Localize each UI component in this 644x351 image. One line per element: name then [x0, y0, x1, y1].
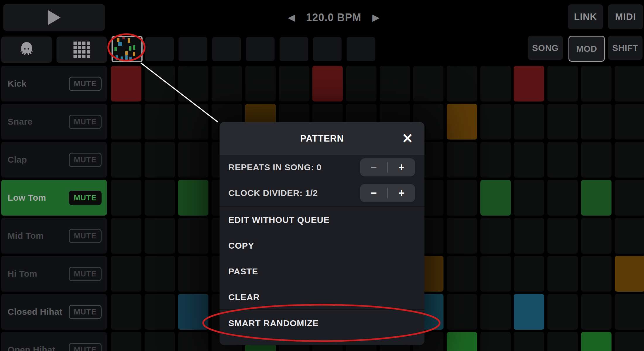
step-cell-r0-c7[interactable]	[346, 66, 376, 101]
step-cell-r4-c10[interactable]	[447, 218, 477, 254]
step-cell-r6-c12[interactable]	[514, 294, 544, 330]
repeats-decrement-button[interactable]: −	[360, 158, 387, 176]
step-cell-r2-c0[interactable]	[111, 142, 141, 178]
pattern-slot-1[interactable]	[112, 36, 143, 62]
paste-item[interactable]: PASTE	[228, 266, 258, 276]
step-cell-r4-c14[interactable]	[581, 218, 612, 254]
step-cell-r1-c2[interactable]	[178, 104, 208, 140]
step-cell-r1-c12[interactable]	[514, 104, 544, 140]
step-cell-r7-c10[interactable]	[447, 332, 477, 351]
step-cell-r0-c3[interactable]	[212, 66, 242, 101]
step-cell-r2-c12[interactable]	[514, 142, 544, 178]
step-cell-r1-c14[interactable]	[581, 104, 612, 140]
mute-button[interactable]: MUTE	[69, 305, 102, 319]
step-cell-r0-c5[interactable]	[279, 66, 309, 101]
pattern-slot-2[interactable]	[145, 37, 174, 61]
step-cell-r3-c11[interactable]	[480, 180, 511, 216]
step-cell-r3-c10[interactable]	[447, 180, 477, 216]
smart-randomize-item[interactable]: SMART RANDOMIZE	[228, 318, 319, 328]
step-cell-r4-c2[interactable]	[178, 218, 208, 254]
step-cell-r4-c0[interactable]	[111, 218, 141, 254]
song-mode-button[interactable]: SONG	[528, 36, 563, 60]
track-row-clap[interactable]: ClapMUTE	[1, 142, 107, 178]
step-cell-r0-c15[interactable]	[615, 66, 644, 101]
step-cell-r5-c2[interactable]	[178, 256, 208, 292]
track-row-snare[interactable]: SnareMUTE	[1, 104, 107, 140]
step-cell-r1-c13[interactable]	[547, 104, 578, 140]
step-cell-r6-c15[interactable]	[615, 294, 644, 330]
step-cell-r4-c11[interactable]	[480, 218, 511, 254]
octopus-menu-button[interactable]	[1, 37, 52, 63]
step-cell-r7-c1[interactable]	[145, 332, 175, 351]
clear-item[interactable]: CLEAR	[228, 292, 260, 302]
step-cell-r0-c2[interactable]	[178, 66, 208, 101]
step-cell-r3-c15[interactable]	[615, 180, 644, 216]
midi-button[interactable]: MIDI	[608, 4, 643, 29]
step-cell-r0-c8[interactable]	[380, 66, 410, 101]
grid-view-button[interactable]	[56, 37, 107, 63]
track-row-closed-hihat[interactable]: Closed HihatMUTE	[1, 294, 107, 330]
step-cell-r0-c14[interactable]	[581, 66, 612, 101]
step-cell-r5-c13[interactable]	[547, 256, 578, 292]
step-cell-r7-c0[interactable]	[111, 332, 141, 351]
step-cell-r7-c2[interactable]	[178, 332, 208, 351]
step-cell-r6-c10[interactable]	[447, 294, 477, 330]
mute-button[interactable]: MUTE	[69, 77, 102, 91]
step-cell-r0-c11[interactable]	[480, 66, 511, 101]
pattern-slot-4[interactable]	[212, 37, 241, 61]
step-cell-r3-c12[interactable]	[514, 180, 544, 216]
step-cell-r5-c12[interactable]	[514, 256, 544, 292]
pattern-slot-5[interactable]	[246, 37, 275, 61]
step-cell-r0-c4[interactable]	[245, 66, 276, 101]
step-cell-r2-c13[interactable]	[547, 142, 578, 178]
repeats-increment-button[interactable]: +	[388, 158, 415, 176]
step-cell-r1-c1[interactable]	[145, 104, 175, 140]
link-button[interactable]: LINK	[568, 4, 603, 29]
pattern-slot-3[interactable]	[179, 37, 207, 61]
step-cell-r4-c1[interactable]	[145, 218, 175, 254]
pattern-slot-6[interactable]	[280, 37, 308, 61]
pattern-slot-7[interactable]	[313, 37, 342, 61]
step-cell-r1-c15[interactable]	[615, 104, 644, 140]
edit-without-queue-item[interactable]: EDIT WITHOUT QUEUE	[228, 215, 330, 225]
track-row-open-hihat[interactable]: Open HihatMUTE	[1, 332, 107, 351]
bpm-increase-icon[interactable]: ▶	[373, 12, 379, 23]
step-cell-r3-c14[interactable]	[581, 180, 612, 216]
step-cell-r0-c13[interactable]	[547, 66, 578, 101]
step-cell-r7-c12[interactable]	[514, 332, 544, 351]
bpm-decrease-icon[interactable]: ◀	[288, 12, 295, 23]
play-button[interactable]	[3, 4, 105, 31]
step-cell-r2-c15[interactable]	[615, 142, 644, 178]
step-cell-r2-c2[interactable]	[178, 142, 208, 178]
step-cell-r2-c10[interactable]	[447, 142, 477, 178]
step-cell-r0-c12[interactable]	[514, 66, 544, 101]
step-cell-r3-c2[interactable]	[178, 180, 208, 216]
step-cell-r6-c2[interactable]	[178, 294, 208, 330]
pattern-slot-8[interactable]	[347, 37, 375, 61]
step-cell-r5-c15[interactable]	[615, 256, 644, 292]
bpm-value[interactable]: 120.0 BPM	[306, 11, 361, 24]
step-cell-r1-c0[interactable]	[111, 104, 141, 140]
step-cell-r3-c1[interactable]	[145, 180, 175, 216]
step-cell-r0-c1[interactable]	[145, 66, 175, 101]
step-cell-r5-c10[interactable]	[447, 256, 477, 292]
track-row-hi-tom[interactable]: Hi TomMUTE	[1, 256, 107, 292]
step-cell-r7-c14[interactable]	[581, 332, 612, 351]
step-cell-r7-c15[interactable]	[615, 332, 644, 351]
close-icon[interactable]: ✕	[398, 129, 417, 148]
step-cell-r5-c0[interactable]	[111, 256, 141, 292]
step-cell-r2-c11[interactable]	[480, 142, 511, 178]
mute-button[interactable]: MUTE	[69, 267, 102, 281]
track-row-low-tom[interactable]: Low TomMUTE	[1, 180, 107, 216]
step-cell-r2-c1[interactable]	[145, 142, 175, 178]
shift-mode-button[interactable]: SHIFT	[608, 36, 643, 60]
step-cell-r4-c15[interactable]	[615, 218, 644, 254]
step-cell-r6-c1[interactable]	[145, 294, 175, 330]
step-cell-r7-c13[interactable]	[547, 332, 578, 351]
step-cell-r6-c11[interactable]	[480, 294, 511, 330]
track-row-mid-tom[interactable]: Mid TomMUTE	[1, 218, 107, 254]
step-cell-r4-c13[interactable]	[547, 218, 578, 254]
step-cell-r0-c10[interactable]	[447, 66, 477, 101]
step-cell-r7-c11[interactable]	[480, 332, 511, 351]
mute-button[interactable]: MUTE	[69, 191, 102, 205]
